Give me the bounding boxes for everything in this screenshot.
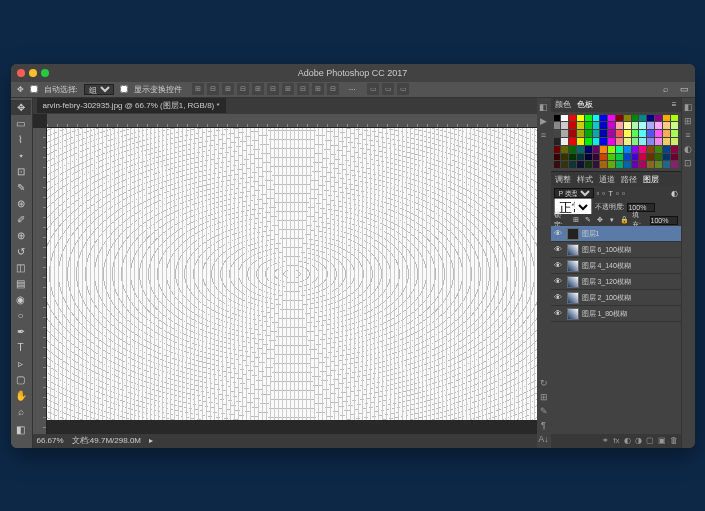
filter-icon[interactable]: ▫: [622, 189, 625, 198]
canvas[interactable]: [47, 128, 537, 420]
swatch[interactable]: [593, 146, 600, 153]
swatch[interactable]: [561, 154, 568, 161]
trash-icon[interactable]: 🗑: [670, 436, 678, 445]
mode-icon[interactable]: ▭: [397, 83, 409, 95]
panel-icon[interactable]: ≡: [541, 130, 546, 140]
panel-icon[interactable]: ✎: [540, 406, 548, 416]
swatch[interactable]: [671, 138, 678, 145]
swatch[interactable]: [632, 122, 639, 129]
chevron-right-icon[interactable]: ▸: [149, 436, 153, 445]
swatch[interactable]: [647, 115, 654, 122]
ruler-vertical[interactable]: [33, 128, 47, 434]
panel-icon[interactable]: ▶: [540, 116, 547, 126]
swatch[interactable]: [585, 138, 592, 145]
swatch[interactable]: [624, 130, 631, 137]
swatch[interactable]: [561, 122, 568, 129]
swatch[interactable]: [569, 146, 576, 153]
swatch[interactable]: [577, 161, 584, 168]
swatch[interactable]: [655, 161, 662, 168]
swatch[interactable]: [632, 115, 639, 122]
swatch[interactable]: [600, 130, 607, 137]
swatch[interactable]: [593, 122, 600, 129]
swatch[interactable]: [671, 115, 678, 122]
swatch[interactable]: [671, 154, 678, 161]
swatch[interactable]: [639, 138, 646, 145]
layer-thumb[interactable]: [567, 244, 579, 256]
mode-icon[interactable]: ▭: [382, 83, 394, 95]
swatch[interactable]: [554, 115, 561, 122]
swatch[interactable]: [639, 130, 646, 137]
swatch[interactable]: [600, 115, 607, 122]
swatch[interactable]: [585, 115, 592, 122]
layer-thumb[interactable]: [567, 276, 579, 288]
auto-select-dropdown[interactable]: 组: [84, 84, 114, 95]
filter-toggle-icon[interactable]: ◐: [671, 189, 678, 198]
layer-thumb[interactable]: [567, 260, 579, 272]
swatch[interactable]: [655, 122, 662, 129]
swatch[interactable]: [585, 154, 592, 161]
swatch[interactable]: [663, 122, 670, 129]
swatch[interactable]: [608, 154, 615, 161]
align-icon[interactable]: ⊟: [297, 83, 309, 95]
align-icon[interactable]: ⊟: [237, 83, 249, 95]
visibility-icon[interactable]: 👁: [554, 277, 564, 286]
swatch[interactable]: [593, 115, 600, 122]
swatch[interactable]: [561, 130, 568, 137]
eyedropper-tool[interactable]: ✎: [11, 180, 31, 195]
layer-row[interactable]: 👁图层 6_100模糊: [551, 242, 681, 258]
swatch[interactable]: [647, 161, 654, 168]
new-layer-icon[interactable]: ▣: [658, 436, 666, 445]
tab-adjustments[interactable]: 调整: [555, 174, 571, 185]
swatch[interactable]: [616, 122, 623, 129]
transform-checkbox[interactable]: [120, 85, 128, 93]
swatch[interactable]: [616, 130, 623, 137]
swatch[interactable]: [632, 161, 639, 168]
swatch[interactable]: [655, 146, 662, 153]
layer-thumb[interactable]: [567, 228, 579, 240]
shape-tool[interactable]: ▢: [11, 372, 31, 387]
panel-icon[interactable]: ¶: [541, 420, 546, 430]
lasso-tool[interactable]: ⌇: [11, 132, 31, 147]
swatch[interactable]: [655, 138, 662, 145]
swatch[interactable]: [561, 138, 568, 145]
swatch[interactable]: [624, 154, 631, 161]
swatch[interactable]: [639, 146, 646, 153]
swatch[interactable]: [569, 130, 576, 137]
swatch[interactable]: [639, 122, 646, 129]
eraser-tool[interactable]: ◫: [11, 260, 31, 275]
swatch[interactable]: [663, 115, 670, 122]
history-tool[interactable]: ↺: [11, 244, 31, 259]
swatch[interactable]: [569, 122, 576, 129]
swatch[interactable]: [608, 138, 615, 145]
swatch[interactable]: [577, 130, 584, 137]
tab-layers[interactable]: 图层: [643, 174, 659, 185]
swatch[interactable]: [569, 154, 576, 161]
swatch[interactable]: [577, 138, 584, 145]
swatch[interactable]: [616, 115, 623, 122]
panel-icon[interactable]: ↻: [540, 378, 548, 388]
swatch[interactable]: [616, 161, 623, 168]
align-icon[interactable]: ⊞: [192, 83, 204, 95]
panel-icon[interactable]: ⊞: [684, 116, 692, 126]
layer-row[interactable]: 👁图层 4_140模糊: [551, 258, 681, 274]
color-swap[interactable]: ◧: [11, 420, 31, 440]
swatch[interactable]: [671, 130, 678, 137]
swatch[interactable]: [561, 161, 568, 168]
tab-paths[interactable]: 路径: [621, 174, 637, 185]
zoom-level[interactable]: 66.67%: [37, 436, 64, 445]
layer-kind-filter[interactable]: P 类型: [554, 188, 594, 198]
lock-icon[interactable]: ✥: [595, 215, 604, 225]
swatch[interactable]: [593, 138, 600, 145]
swatch[interactable]: [663, 154, 670, 161]
swatch[interactable]: [600, 146, 607, 153]
panel-icon[interactable]: A↓: [538, 434, 549, 444]
swatch[interactable]: [647, 122, 654, 129]
dodge-tool[interactable]: ○: [11, 308, 31, 323]
ruler-horizontal[interactable]: [47, 114, 537, 128]
visibility-icon[interactable]: 👁: [554, 245, 564, 254]
swatch[interactable]: [624, 122, 631, 129]
swatch[interactable]: [585, 161, 592, 168]
visibility-icon[interactable]: 👁: [554, 293, 564, 302]
swatch[interactable]: [624, 138, 631, 145]
workspace-icon[interactable]: ▭: [680, 84, 689, 94]
